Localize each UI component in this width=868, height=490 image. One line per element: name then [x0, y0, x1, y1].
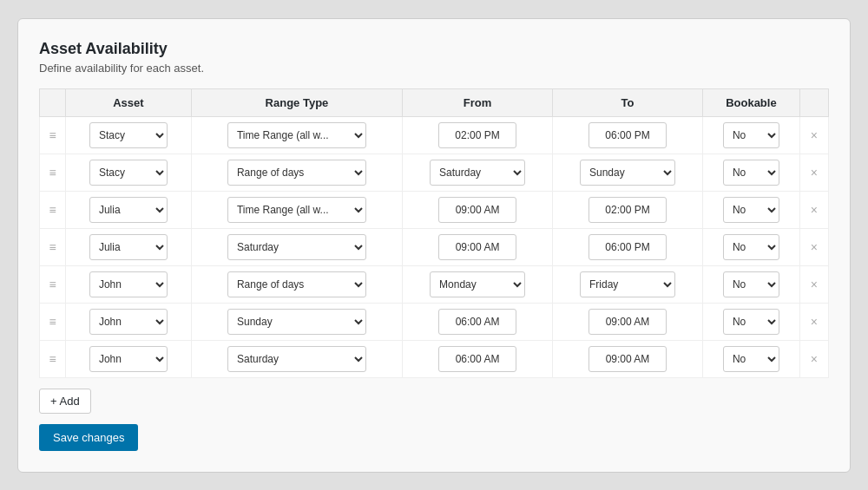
table-row: ≡StacyJuliaJohnTime Range (all w...Range…	[40, 228, 829, 265]
range-type-select[interactable]: Time Range (all w...Range of daysSaturda…	[227, 346, 366, 372]
from-day-select[interactable]: MondayTuesdayWednesdayThursdayFridaySatu…	[430, 271, 525, 297]
range-type-cell: Time Range (all w...Range of daysSaturda…	[191, 303, 402, 340]
from-cell	[403, 303, 553, 340]
to-cell	[553, 116, 703, 154]
remove-row-button[interactable]: ×	[806, 164, 823, 181]
asset-cell: StacyJuliaJohn	[66, 303, 192, 340]
range-type-cell: Time Range (all w...Range of daysSaturda…	[191, 265, 402, 303]
to-cell	[553, 340, 703, 377]
remove-cell: ×	[799, 228, 828, 265]
asset-select[interactable]: StacyJuliaJohn	[89, 197, 168, 223]
to-time-input[interactable]	[589, 122, 667, 148]
drag-handle-icon[interactable]: ≡	[49, 278, 56, 291]
from-cell	[403, 340, 553, 377]
drag-handle-icon[interactable]: ≡	[49, 166, 56, 180]
drag-handle-icon[interactable]: ≡	[49, 203, 56, 217]
bookable-cell: NoYes	[702, 228, 799, 265]
drag-handle-icon[interactable]: ≡	[49, 128, 56, 142]
remove-cell: ×	[799, 303, 828, 340]
bookable-select[interactable]: NoYes	[723, 160, 779, 186]
range-type-select[interactable]: Time Range (all w...Range of daysSaturda…	[227, 234, 366, 260]
col-header-range-type: Range Type	[191, 88, 402, 116]
range-type-select[interactable]: Time Range (all w...Range of daysSaturda…	[227, 309, 366, 335]
asset-cell: StacyJuliaJohn	[66, 191, 192, 228]
remove-cell: ×	[799, 154, 828, 191]
range-type-select[interactable]: Time Range (all w...Range of daysSaturda…	[227, 122, 366, 148]
drag-handle-cell: ≡	[40, 154, 66, 191]
asset-cell: StacyJuliaJohn	[66, 116, 192, 154]
drag-handle-cell: ≡	[40, 340, 66, 377]
drag-handle-icon[interactable]: ≡	[49, 315, 56, 329]
asset-select[interactable]: StacyJuliaJohn	[89, 346, 168, 372]
bookable-select[interactable]: NoYes	[723, 122, 779, 148]
from-cell	[403, 228, 553, 265]
asset-select[interactable]: StacyJuliaJohn	[89, 271, 168, 297]
remove-row-button[interactable]: ×	[806, 276, 823, 293]
from-cell: MondayTuesdayWednesdayThursdayFridaySatu…	[403, 265, 553, 303]
asset-cell: StacyJuliaJohn	[66, 228, 192, 265]
table-row: ≡StacyJuliaJohnTime Range (all w...Range…	[40, 340, 829, 377]
table-row: ≡StacyJuliaJohnTime Range (all w...Range…	[40, 154, 829, 191]
asset-select[interactable]: StacyJuliaJohn	[89, 160, 168, 186]
asset-cell: StacyJuliaJohn	[66, 340, 192, 377]
to-day-select[interactable]: MondayTuesdayWednesdayThursdayFridaySatu…	[580, 160, 675, 186]
remove-row-button[interactable]: ×	[806, 238, 823, 256]
asset-select[interactable]: StacyJuliaJohn	[89, 234, 168, 260]
bookable-select[interactable]: NoYes	[723, 271, 779, 297]
range-type-select[interactable]: Time Range (all w...Range of daysSaturda…	[227, 160, 366, 186]
to-time-input[interactable]	[589, 234, 667, 260]
from-time-input[interactable]	[438, 197, 516, 223]
bookable-cell: NoYes	[702, 340, 799, 377]
panel-title: Asset Availability	[39, 40, 829, 58]
to-cell	[553, 228, 703, 265]
remove-row-button[interactable]: ×	[806, 350, 823, 368]
bookable-cell: NoYes	[702, 303, 799, 340]
col-header-remove	[799, 88, 828, 116]
asset-select[interactable]: StacyJuliaJohn	[89, 122, 168, 148]
remove-row-button[interactable]: ×	[806, 313, 823, 330]
bookable-select[interactable]: NoYes	[723, 197, 779, 223]
to-time-input[interactable]	[589, 309, 667, 335]
remove-row-button[interactable]: ×	[806, 127, 823, 144]
asset-cell: StacyJuliaJohn	[66, 154, 192, 191]
drag-handle-icon[interactable]: ≡	[49, 352, 56, 366]
bookable-select[interactable]: NoYes	[723, 346, 779, 372]
asset-select[interactable]: StacyJuliaJohn	[89, 309, 168, 335]
from-time-input[interactable]	[438, 346, 516, 372]
to-day-select[interactable]: MondayTuesdayWednesdayThursdayFridaySatu…	[580, 271, 675, 297]
range-type-cell: Time Range (all w...Range of daysSaturda…	[191, 340, 402, 377]
table-row: ≡StacyJuliaJohnTime Range (all w...Range…	[40, 191, 829, 228]
to-cell	[553, 303, 703, 340]
remove-cell: ×	[799, 265, 828, 303]
save-button[interactable]: Save changes	[39, 424, 138, 451]
col-header-to: To	[553, 88, 703, 116]
asset-cell: StacyJuliaJohn	[66, 265, 192, 303]
remove-cell: ×	[799, 340, 828, 377]
to-time-input[interactable]	[589, 346, 667, 372]
drag-handle-icon[interactable]: ≡	[49, 240, 56, 254]
drag-handle-cell: ≡	[40, 303, 66, 340]
range-type-select[interactable]: Time Range (all w...Range of daysSaturda…	[227, 271, 366, 297]
range-type-cell: Time Range (all w...Range of daysSaturda…	[191, 228, 402, 265]
from-time-input[interactable]	[438, 234, 516, 260]
range-type-select[interactable]: Time Range (all w...Range of daysSaturda…	[227, 197, 366, 223]
remove-row-button[interactable]: ×	[806, 201, 823, 219]
drag-handle-cell: ≡	[40, 265, 66, 303]
bookable-cell: NoYes	[702, 265, 799, 303]
to-time-input[interactable]	[589, 197, 667, 223]
from-cell	[403, 116, 553, 154]
panel-subtitle: Define availability for each asset.	[39, 62, 829, 75]
from-day-select[interactable]: MondayTuesdayWednesdayThursdayFridaySatu…	[430, 160, 525, 186]
range-type-cell: Time Range (all w...Range of daysSaturda…	[191, 191, 402, 228]
drag-handle-cell: ≡	[40, 228, 66, 265]
from-time-input[interactable]	[438, 122, 516, 148]
from-time-input[interactable]	[438, 309, 516, 335]
col-header-bookable: Bookable	[702, 88, 799, 116]
range-type-cell: Time Range (all w...Range of daysSaturda…	[191, 154, 402, 191]
table-row: ≡StacyJuliaJohnTime Range (all w...Range…	[40, 116, 829, 154]
bookable-select[interactable]: NoYes	[723, 309, 779, 335]
from-cell	[403, 191, 553, 228]
add-button[interactable]: + Add	[39, 389, 91, 414]
bookable-select[interactable]: NoYes	[723, 234, 779, 260]
to-cell	[553, 191, 703, 228]
